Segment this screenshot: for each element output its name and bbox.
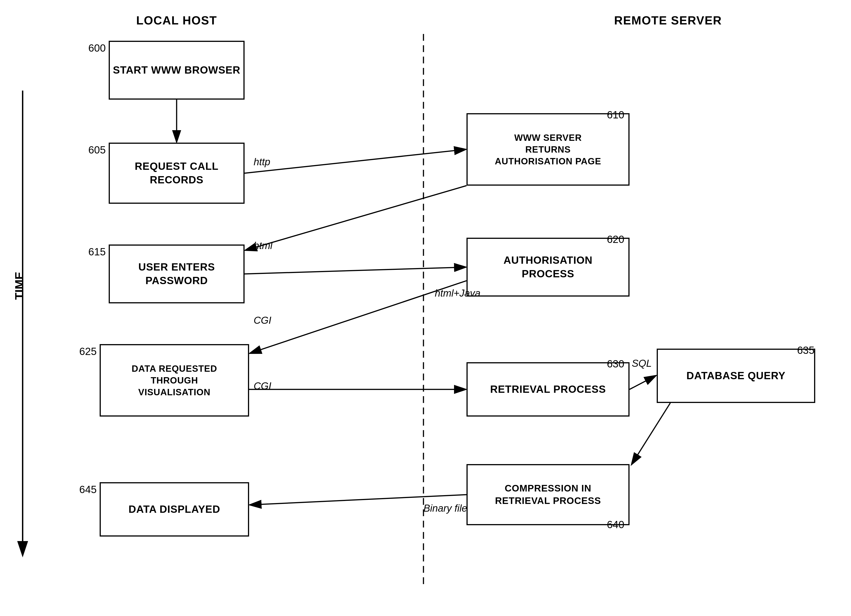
box-authorisation-process: AUTHORISATIONPROCESS [466, 238, 630, 297]
svg-line-5 [245, 149, 465, 173]
label-http: http [254, 156, 270, 168]
box-compression: COMPRESSION INRETRIEVAL PROCESS [466, 464, 630, 525]
step-label-605: 605 [88, 144, 106, 156]
box-user-enters-password: USER ENTERSPASSWORD [109, 245, 245, 303]
box-retrieval-process: RETRIEVAL PROCESS [466, 362, 630, 416]
box-request-call-records: REQUEST CALLRECORDS [109, 143, 245, 204]
step-label-640: 640 [607, 518, 624, 530]
diagram-container: LOCAL HOST REMOTE SERVER TIME [0, 0, 851, 616]
step-label-625: 625 [79, 345, 97, 358]
box-database-query: DATABASE QUERY [657, 349, 815, 403]
label-html-java: html+Java [435, 287, 481, 299]
svg-line-6 [246, 186, 466, 250]
box-data-displayed: DATA DISPLAYED [100, 482, 249, 536]
step-label-630: 630 [607, 358, 624, 370]
box-www-server-returns: WWW SERVERRETURNSAUTHORISATION PAGE [466, 113, 630, 186]
label-binary: Binary file [424, 503, 467, 514]
label-html: html [254, 240, 272, 251]
remote-server-label: REMOTE SERVER [566, 14, 770, 27]
label-cgi2: CGI [254, 380, 271, 392]
step-label-600: 600 [88, 42, 106, 54]
step-label-635: 635 [797, 344, 815, 356]
step-label-620: 620 [607, 233, 624, 245]
step-label-615: 615 [88, 246, 106, 258]
step-label-645: 645 [79, 483, 97, 496]
svg-line-7 [245, 267, 465, 274]
box-data-requested: DATA REQUESTEDTHROUGHVISUALISATION [100, 344, 249, 416]
svg-line-8 [250, 281, 466, 353]
local-host-label: LOCAL HOST [109, 14, 245, 27]
svg-line-11 [632, 403, 670, 464]
time-label: TIME [12, 272, 26, 300]
label-sql: SQL [632, 358, 652, 369]
svg-line-10 [630, 376, 656, 389]
step-label-610: 610 [607, 109, 624, 121]
label-cgi1: CGI [254, 315, 271, 326]
box-start-www-browser: START WWW BROWSER [109, 41, 245, 100]
